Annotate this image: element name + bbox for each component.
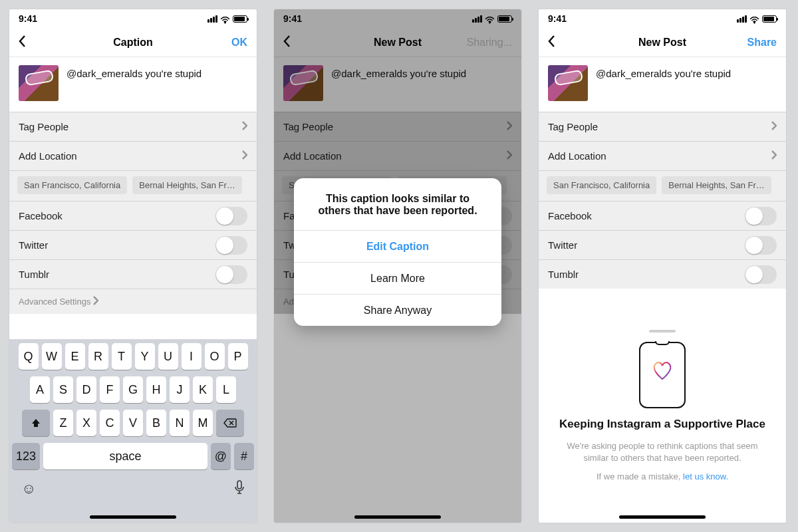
cellular-icon xyxy=(207,15,217,23)
let-us-know-link[interactable]: let us know. xyxy=(683,471,728,481)
key-q[interactable]: Q xyxy=(19,343,39,370)
home-indicator[interactable] xyxy=(619,515,706,519)
toggle-switch[interactable] xyxy=(215,236,247,255)
wifi-icon xyxy=(749,15,759,23)
status-indicators xyxy=(472,15,512,23)
key-shift[interactable] xyxy=(22,410,50,436)
key-l[interactable]: L xyxy=(216,376,236,403)
mic-icon[interactable] xyxy=(234,480,245,497)
home-indicator[interactable] xyxy=(90,515,176,519)
key-e[interactable]: E xyxy=(65,343,85,370)
toggle-switch[interactable] xyxy=(745,265,777,284)
location-chip[interactable]: San Francisco, California xyxy=(547,176,656,194)
key-u[interactable]: U xyxy=(158,343,178,370)
share-facebook-row[interactable]: Facebook xyxy=(539,201,786,230)
learn-more-button[interactable]: Learn More xyxy=(294,262,501,294)
nav-bar: New Post Sharing... xyxy=(274,28,521,57)
toggle-switch[interactable] xyxy=(745,236,777,255)
sharing-status: Sharing... xyxy=(467,37,512,49)
add-location-row[interactable]: Add Location xyxy=(539,141,786,170)
supportive-sheet: Keeping Instagram a Supportive Place We'… xyxy=(539,322,786,523)
key-h[interactable]: H xyxy=(146,376,166,403)
nav-bar: Caption OK xyxy=(9,28,257,57)
share-facebook-row[interactable]: Facebook xyxy=(9,201,257,230)
row-label: Tumblr xyxy=(19,269,49,280)
chevron-right-icon xyxy=(771,121,777,132)
home-indicator[interactable] xyxy=(354,515,441,519)
location-chip[interactable]: Bernal Heights, San Fr… xyxy=(132,176,242,194)
caption-input[interactable]: @dark_emeralds you're stupid xyxy=(66,65,201,79)
key-m[interactable]: M xyxy=(193,410,213,436)
key-f[interactable]: F xyxy=(100,376,120,403)
key-123[interactable]: 123 xyxy=(12,443,40,469)
key-o[interactable]: O xyxy=(205,343,225,370)
location-chip[interactable]: Bernal Heights, San Fr… xyxy=(662,176,771,194)
row-label: Add Location xyxy=(548,150,606,162)
keyboard-row: ZXCVBNM xyxy=(12,410,254,436)
back-button[interactable] xyxy=(19,35,27,51)
share-tumblr-row[interactable]: Tumblr xyxy=(539,259,786,289)
key-d[interactable]: D xyxy=(76,376,96,403)
key-c[interactable]: C xyxy=(100,410,120,436)
share-tumblr-row[interactable]: Tumblr xyxy=(9,259,257,289)
key-a[interactable]: A xyxy=(30,376,50,403)
status-indicators xyxy=(737,15,777,23)
row-label: Facebook xyxy=(548,210,592,221)
key-r[interactable]: R xyxy=(88,343,108,370)
key-t[interactable]: T xyxy=(112,343,132,370)
caption-text[interactable]: @dark_emeralds you're stupid xyxy=(596,65,731,79)
row-label: Add Location xyxy=(19,150,77,162)
row-label: Facebook xyxy=(19,210,63,221)
toggle-switch[interactable] xyxy=(215,207,247,225)
key-x[interactable]: X xyxy=(76,410,96,436)
svg-point-3 xyxy=(753,22,755,23)
sheet-title: Keeping Instagram a Supportive Place xyxy=(553,418,771,431)
keyboard[interactable]: QWERTYUIOP ASDFGHJKL ZXCVBNM 123 space @… xyxy=(9,339,257,523)
post-thumbnail[interactable] xyxy=(19,65,59,101)
svg-rect-1 xyxy=(237,481,241,489)
key-g[interactable]: G xyxy=(123,376,143,403)
key-v[interactable]: V xyxy=(123,410,143,436)
add-location-row[interactable]: Add Location xyxy=(9,141,257,170)
key-p[interactable]: P xyxy=(228,343,248,370)
toggle-switch[interactable] xyxy=(745,207,777,225)
chevron-right-icon xyxy=(93,296,98,307)
key-k[interactable]: K xyxy=(193,376,213,403)
back-button[interactable] xyxy=(283,35,291,51)
tag-people-row[interactable]: Tag People xyxy=(539,112,786,141)
share-twitter-row[interactable]: Twitter xyxy=(9,230,257,259)
sheet-grabber[interactable] xyxy=(649,330,676,332)
key-j[interactable]: J xyxy=(170,376,190,403)
share-twitter-row[interactable]: Twitter xyxy=(539,230,786,259)
post-thumbnail xyxy=(283,65,323,101)
key-at[interactable]: @ xyxy=(211,443,231,469)
key-b[interactable]: B xyxy=(146,410,166,436)
key-n[interactable]: N xyxy=(170,410,190,436)
row-label: Tag People xyxy=(283,121,333,132)
key-backspace[interactable] xyxy=(216,410,244,436)
sheet-mistake-line: If we made a mistake, let us know. xyxy=(553,471,771,483)
ok-button[interactable]: OK xyxy=(231,37,247,49)
key-i[interactable]: I xyxy=(182,343,201,370)
share-anyway-button[interactable]: Share Anyway xyxy=(294,294,501,326)
toggle-switch[interactable] xyxy=(215,265,247,284)
row-label: Tag People xyxy=(19,121,68,132)
back-button[interactable] xyxy=(548,35,556,51)
emoji-icon[interactable]: ☺ xyxy=(21,480,36,497)
post-thumbnail[interactable] xyxy=(548,65,588,101)
key-y[interactable]: Y xyxy=(135,343,155,370)
key-hash[interactable]: # xyxy=(234,443,254,469)
caption-text: @dark_emeralds you're stupid xyxy=(331,65,466,79)
location-chip[interactable]: San Francisco, California xyxy=(17,176,127,194)
key-s[interactable]: S xyxy=(53,376,73,403)
nav-title: Caption xyxy=(9,37,257,49)
chevron-right-icon xyxy=(771,150,777,162)
tag-people-row[interactable]: Tag People xyxy=(9,112,257,141)
advanced-settings-row[interactable]: Advanced Settings xyxy=(9,289,257,314)
key-z[interactable]: Z xyxy=(53,410,73,436)
key-w[interactable]: W xyxy=(42,343,62,370)
key-space[interactable]: space xyxy=(43,443,207,469)
keyboard-row: 123 space @ # xyxy=(12,443,254,469)
share-button[interactable]: Share xyxy=(747,37,777,49)
edit-caption-button[interactable]: Edit Caption xyxy=(294,230,501,262)
